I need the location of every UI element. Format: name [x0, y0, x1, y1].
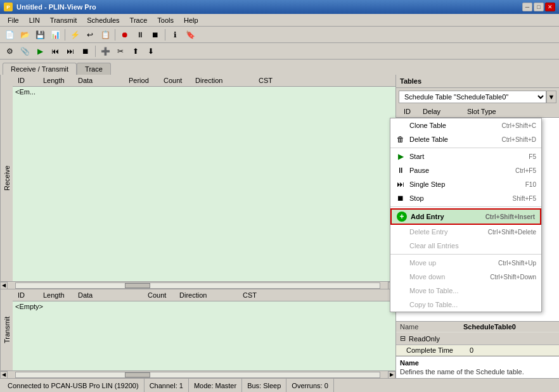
toolbar-prev[interactable]: ⏮ [48, 44, 62, 58]
move-up-icon [395, 258, 406, 268]
menu-file[interactable]: File [3, 15, 24, 25]
cm-stop[interactable]: ⏹ Stop Shift+F5 [390, 191, 541, 205]
toolbar-clip[interactable]: 📋 [98, 28, 112, 42]
toolbar-stop[interactable]: ⏹ [148, 28, 162, 42]
menu-schedules[interactable]: Schedules [82, 15, 124, 25]
toolbar-add[interactable]: ➕ [98, 44, 112, 58]
toolbar-save2[interactable]: 📊 [48, 28, 62, 42]
pause-icon: ⏸ [395, 165, 406, 175]
receive-section: Receive ID Length Data Period Count Dire… [0, 75, 395, 289]
minimize-button[interactable]: ─ [522, 3, 532, 11]
transmit-scroll-left[interactable]: ◀ [0, 371, 8, 379]
toolbar-new[interactable]: 📄 [3, 28, 16, 42]
toolbar-play[interactable]: ▶ [33, 44, 47, 58]
cm-pause-label: Pause [409, 167, 429, 174]
receive-scroll-thumb[interactable] [125, 283, 150, 288]
title-bar: P Untitled - PLIN-View Pro ─ □ ✕ [0, 0, 559, 14]
maximize-button[interactable]: □ [534, 3, 544, 11]
transmit-scroll-thumb[interactable] [125, 372, 150, 377]
window-controls: ─ □ ✕ [522, 3, 555, 11]
cm-move-to-table[interactable]: Move to Table... [390, 284, 541, 298]
toolbar-up[interactable]: ⬆ [129, 44, 143, 58]
toolbar-back[interactable]: ↩ [83, 28, 97, 42]
single-step-icon: ⏭ [395, 179, 406, 189]
transmit-table-body[interactable]: <Empty> [13, 301, 395, 370]
cm-delete-table-label: Delete Table [409, 136, 448, 143]
toolbar-info[interactable]: ℹ [168, 28, 182, 42]
sep3 [165, 29, 165, 41]
cm-start[interactable]: ▶ Start F5 [390, 149, 541, 163]
cm-move-up[interactable]: Move up Ctrl+Shift+Up [390, 256, 541, 270]
sep2 [115, 29, 115, 41]
cm-move-up-shortcut: Ctrl+Shift+Up [498, 260, 536, 267]
receive-col-length: Length [41, 76, 75, 85]
cm-clone-table[interactable]: Clone Table Ctrl+Shift+C [390, 118, 541, 132]
name-description-section: Name Defines the name of the Schedule ta… [396, 356, 559, 378]
main-area: Receive ID Length Data Period Count Dire… [0, 75, 559, 378]
toolbar-open[interactable]: 📂 [18, 28, 32, 42]
status-connection: Connected to PCAN-USB Pro LIN (19200) [3, 379, 145, 392]
toolbar-down[interactable]: ⬇ [144, 44, 158, 58]
transmit-empty-row: <Empty> [15, 303, 43, 310]
cm-pause[interactable]: ⏸ Pause Ctrl+F5 [390, 163, 541, 177]
menu-help[interactable]: Help [179, 15, 203, 25]
toolbar-clip2[interactable]: 📎 [18, 44, 32, 58]
cm-sep1 [390, 148, 541, 148]
cm-copy-to-table[interactable]: Copy to Table... [390, 298, 541, 312]
toolbar-bookmark[interactable]: 🔖 [183, 28, 197, 42]
menu-trace[interactable]: Trace [125, 15, 153, 25]
cm-add-entry[interactable]: + Add Entry Ctrl+Shift+Insert [390, 208, 541, 225]
receive-scrollbar[interactable]: ◀ ▶ [0, 281, 395, 289]
menu-tools[interactable]: Tools [152, 15, 179, 25]
window-title: Untitled - PLIN-View Pro [16, 3, 96, 11]
menu-lin[interactable]: LIN [24, 15, 45, 25]
clone-icon [395, 120, 406, 130]
transmit-col-count: Count [145, 291, 177, 300]
cm-sep2 [390, 206, 541, 207]
readonly-section[interactable]: ⊟ ReadOnly [396, 332, 559, 345]
cm-delete-entry-label: Delete Entry [409, 228, 448, 236]
right-table-body[interactable]: Clone Table Ctrl+Shift+C 🗑 Delete Table … [396, 118, 559, 321]
toolbar-save[interactable]: 💾 [33, 28, 47, 42]
cm-move-up-label: Move up [409, 259, 436, 267]
toolbar-pause[interactable]: ⏸ [133, 28, 147, 42]
cm-delete-entry[interactable]: Delete Entry Ctrl+Shift+Delete [390, 225, 541, 239]
menu-transmit[interactable]: Transmit [45, 15, 82, 25]
right-col-id: ID [400, 107, 419, 116]
cm-single-step[interactable]: ⏭ Single Step F10 [390, 177, 541, 191]
schedule-dropdown-arrow[interactable]: ▼ [546, 91, 556, 103]
cm-copy-to-table-label: Copy to Table... [409, 301, 458, 308]
transmit-col-cst: CST [240, 291, 272, 300]
name-description-text: Defines the name of the Schedule table. [400, 368, 555, 376]
cm-clear-entries[interactable]: Clear all Entries [390, 239, 541, 253]
transmit-scrollbar[interactable]: ◀ ▶ [0, 370, 395, 378]
cm-start-shortcut: F5 [529, 153, 536, 160]
toolbar-next[interactable]: ⏭ [63, 44, 77, 58]
receive-table-body[interactable]: <Em... [13, 87, 395, 281]
toolbar-lightning[interactable]: ⚡ [68, 28, 82, 42]
schedule-select[interactable]: Schedule Table "ScheduleTable0" [399, 91, 546, 103]
sep4 [95, 46, 96, 57]
close-button[interactable]: ✕ [545, 3, 555, 11]
toolbar-row1: 📄 📂 💾 📊 ⚡ ↩ 📋 ⏺ ⏸ ⏹ ℹ 🔖 [0, 27, 559, 43]
cm-start-label: Start [409, 153, 424, 160]
receive-scroll-left[interactable]: ◀ [0, 282, 8, 289]
cm-move-down[interactable]: Move down Ctrl+Shift+Down [390, 270, 541, 284]
receive-table-header: ID Length Data Period Count Direction CS… [13, 75, 395, 87]
transmit-scroll-right[interactable]: ▶ [388, 371, 395, 379]
properties-panel: Name ScheduleTable0 ⊟ ReadOnly Complete … [396, 321, 559, 356]
name-prop-value: ScheduleTable0 [463, 323, 516, 331]
right-panel: Tables Schedule Table "ScheduleTable0" ▼… [396, 75, 559, 378]
toolbar-stop2[interactable]: ⏹ [79, 44, 93, 58]
toolbar-cut[interactable]: ✂ [113, 44, 127, 58]
tab-trace[interactable]: Trace [77, 63, 111, 75]
receive-scroll-track[interactable] [15, 282, 380, 289]
start-icon: ▶ [395, 151, 406, 161]
toolbar-settings[interactable]: ⚙ [3, 44, 16, 58]
move-to-table-icon [395, 286, 406, 296]
tab-receive-transmit[interactable]: Receive / Transmit [3, 63, 77, 75]
toolbar-record[interactable]: ⏺ [118, 28, 132, 42]
name-row: Name ScheduleTable0 [396, 322, 559, 332]
cm-delete-table[interactable]: 🗑 Delete Table Ctrl+Shift+D [390, 132, 541, 146]
transmit-scroll-track[interactable] [15, 372, 380, 378]
